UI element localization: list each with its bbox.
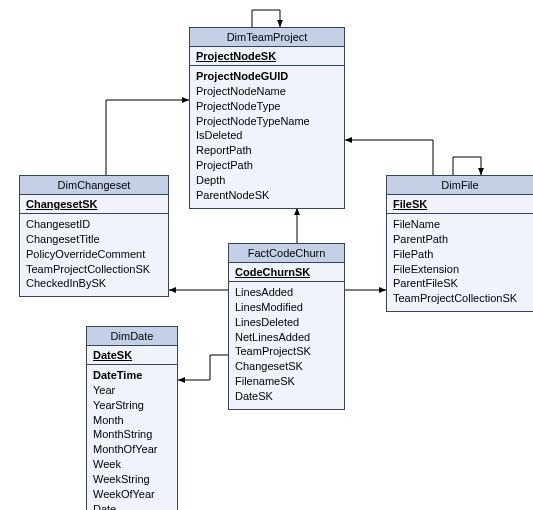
entity-fields: LinesAddedLinesModifiedLinesDeletedNetLi…: [229, 282, 344, 409]
entity-dim-file: DimFile FileSK FileNameParentPathFilePat…: [386, 175, 533, 312]
entity-dim-team-project: DimTeamProject ProjectNodeSK ProjectNode…: [189, 27, 345, 209]
entity-field: FileName: [393, 217, 527, 232]
entity-field: ProjectPath: [196, 158, 338, 173]
entity-field: TeamProjectCollectionSK: [393, 291, 527, 306]
entity-field: Date: [93, 502, 171, 510]
entity-fields: ProjectNodeGUIDProjectNodeNameProjectNod…: [190, 66, 344, 208]
entity-fields: DateTimeYearYearStringMonthMonthStringMo…: [87, 365, 177, 510]
entity-field: LinesAdded: [235, 285, 338, 300]
entity-field: MonthOfYear: [93, 442, 171, 457]
entity-field: PolicyOverrideComment: [26, 247, 162, 262]
entity-field: Year: [93, 383, 171, 398]
entity-field: ReportPath: [196, 143, 338, 158]
entity-field: ParentFileSK: [393, 276, 527, 291]
entity-fields: FileNameParentPathFilePathFileExtensionP…: [387, 214, 533, 311]
entity-dim-changeset: DimChangeset ChangesetSK ChangesetIDChan…: [19, 175, 169, 297]
entity-field: ProjectNodeName: [196, 84, 338, 99]
entity-field: FilePath: [393, 247, 527, 262]
entity-primary-key: ChangesetSK: [20, 195, 168, 214]
entity-field: ParentNodeSK: [196, 188, 338, 203]
entity-field: ProjectNodeTypeName: [196, 114, 338, 129]
entity-field: WeekOfYear: [93, 487, 171, 502]
entity-field: WeekString: [93, 472, 171, 487]
entity-fact-code-churn: FactCodeChurn CodeChurnSK LinesAddedLine…: [228, 243, 345, 410]
entity-field: YearString: [93, 398, 171, 413]
entity-title: DimDate: [87, 327, 177, 346]
entity-field: FilenameSK: [235, 374, 338, 389]
entity-primary-key: DateSK: [87, 346, 177, 365]
entity-field: ChangesetTitle: [26, 232, 162, 247]
entity-primary-key: FileSK: [387, 195, 533, 214]
entity-title: DimTeamProject: [190, 28, 344, 47]
entity-field: Month: [93, 413, 171, 428]
entity-field: TeamProjectSK: [235, 344, 338, 359]
entity-field: IsDeleted: [196, 128, 338, 143]
entity-field: NetLinesAdded: [235, 330, 338, 345]
entity-field: ProjectNodeType: [196, 99, 338, 114]
entity-field: ParentPath: [393, 232, 527, 247]
entity-field: TeamProjectCollectionSK: [26, 262, 162, 277]
entity-field: ProjectNodeGUID: [196, 69, 338, 84]
entity-primary-key: ProjectNodeSK: [190, 47, 344, 66]
entity-field: Week: [93, 457, 171, 472]
entity-field: DateSK: [235, 389, 338, 404]
entity-fields: ChangesetIDChangesetTitlePolicyOverrideC…: [20, 214, 168, 296]
entity-primary-key: CodeChurnSK: [229, 263, 344, 282]
entity-dim-date: DimDate DateSK DateTimeYearYearStringMon…: [86, 326, 178, 510]
entity-field: DateTime: [93, 368, 171, 383]
entity-field: ChangesetSK: [235, 359, 338, 374]
entity-field: LinesModified: [235, 300, 338, 315]
entity-field: Depth: [196, 173, 338, 188]
entity-title: FactCodeChurn: [229, 244, 344, 263]
entity-field: MonthString: [93, 427, 171, 442]
entity-title: DimFile: [387, 176, 533, 195]
entity-field: ChangesetID: [26, 217, 162, 232]
entity-field: LinesDeleted: [235, 315, 338, 330]
entity-title: DimChangeset: [20, 176, 168, 195]
entity-field: FileExtension: [393, 262, 527, 277]
entity-field: CheckedInBySK: [26, 276, 162, 291]
